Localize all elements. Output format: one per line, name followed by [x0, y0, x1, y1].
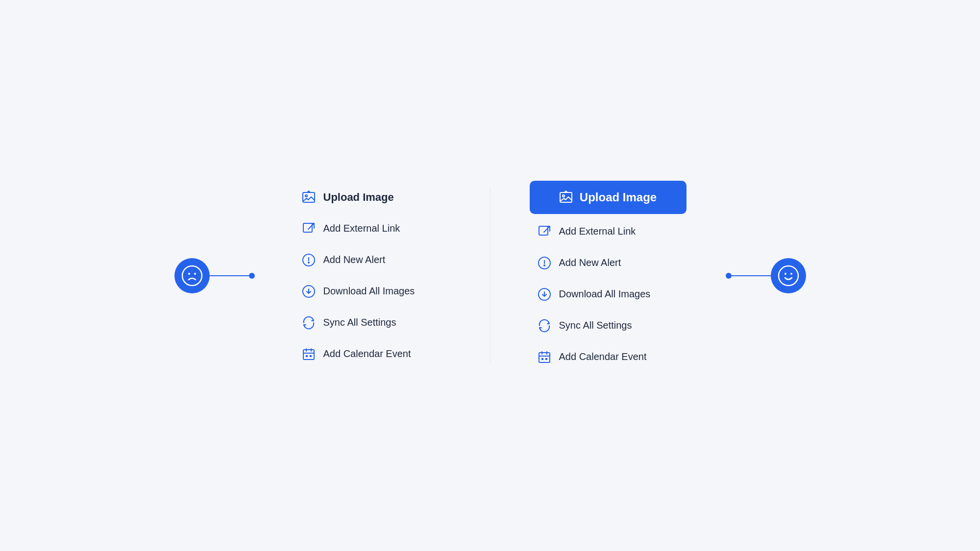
svg-point-2 [194, 273, 196, 275]
left-add-calendar-event-label: Add Calendar Event [323, 348, 411, 359]
left-sync-all-settings-label: Sync All Settings [323, 317, 396, 328]
svg-rect-10 [303, 350, 314, 359]
happy-face-circle [771, 258, 806, 293]
page-container: Upload Image Add External Link Add N [0, 181, 980, 371]
svg-point-31 [790, 273, 792, 275]
right-menu-panel: Upload Image Add External Link Add N [530, 181, 686, 371]
right-add-new-alert-label: Add New Alert [559, 257, 621, 268]
left-connector-line [210, 275, 249, 276]
right-add-calendar-event-button[interactable]: Add Calendar Event [530, 343, 686, 371]
svg-rect-27 [541, 358, 543, 360]
left-add-external-link-label: Add External Link [323, 223, 400, 234]
right-sync-all-settings-button[interactable]: Sync All Settings [530, 312, 686, 339]
svg-rect-28 [545, 358, 547, 360]
right-sync-icon [538, 319, 551, 333]
right-download-circle-icon [538, 287, 551, 301]
svg-point-21 [544, 265, 545, 266]
image-upload-icon [302, 191, 316, 204]
right-upload-image-label: Upload Image [580, 191, 657, 204]
calendar-icon [302, 347, 316, 361]
panel-divider [490, 188, 490, 364]
left-add-external-link-button[interactable]: Add External Link [294, 215, 451, 242]
left-indicator [174, 258, 255, 293]
svg-rect-15 [310, 355, 312, 357]
svg-point-17 [563, 195, 564, 197]
right-connector-dot [726, 273, 732, 279]
left-download-all-images-button[interactable]: Download All Images [294, 278, 451, 305]
image-upload-filled-icon [559, 191, 573, 204]
sad-face-icon [181, 265, 203, 287]
right-external-link-icon [538, 225, 551, 239]
external-link-icon [302, 222, 316, 236]
left-connector-dot [249, 273, 255, 279]
happy-face-icon [778, 265, 799, 287]
alert-circle-icon [302, 253, 316, 267]
right-download-all-images-button[interactable]: Download All Images [530, 281, 686, 308]
svg-rect-14 [306, 355, 308, 357]
svg-point-4 [305, 195, 307, 197]
right-upload-image-button[interactable]: Upload Image [530, 181, 686, 214]
svg-point-8 [308, 262, 309, 263]
svg-rect-3 [303, 192, 315, 202]
right-download-all-images-label: Download All Images [559, 288, 651, 300]
right-add-calendar-event-label: Add Calendar Event [559, 351, 647, 362]
left-upload-image-label: Upload Image [323, 191, 394, 204]
svg-point-30 [784, 273, 786, 275]
left-add-new-alert-label: Add New Alert [323, 254, 386, 265]
svg-rect-23 [539, 353, 550, 362]
right-indicator [726, 258, 806, 293]
right-connector-line [732, 275, 771, 276]
left-add-new-alert-button[interactable]: Add New Alert [294, 246, 451, 274]
right-add-external-link-label: Add External Link [559, 226, 636, 237]
right-add-new-alert-button[interactable]: Add New Alert [530, 249, 686, 277]
svg-rect-18 [539, 226, 548, 235]
sad-face-circle [174, 258, 210, 293]
svg-point-29 [779, 266, 798, 286]
left-add-calendar-event-button[interactable]: Add Calendar Event [294, 340, 451, 368]
svg-point-1 [188, 273, 190, 275]
right-alert-circle-icon [538, 256, 551, 270]
sync-icon [302, 316, 316, 330]
svg-rect-16 [560, 192, 572, 202]
right-sync-all-settings-label: Sync All Settings [559, 320, 632, 331]
left-sync-all-settings-button[interactable]: Sync All Settings [294, 309, 451, 336]
right-add-external-link-button[interactable]: Add External Link [530, 218, 686, 245]
left-menu-panel: Upload Image Add External Link Add N [294, 184, 451, 368]
left-upload-image-button[interactable]: Upload Image [294, 184, 451, 211]
left-download-all-images-label: Download All Images [323, 286, 415, 297]
svg-point-0 [182, 266, 202, 286]
svg-rect-5 [303, 223, 312, 232]
download-circle-icon [302, 285, 316, 298]
right-calendar-icon [538, 350, 551, 364]
